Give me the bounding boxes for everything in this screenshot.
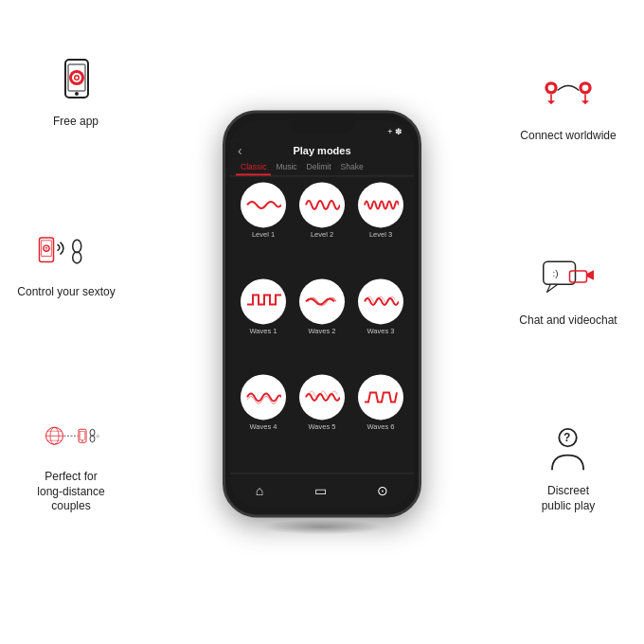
- grid-item-level3[interactable]: Level 3: [353, 182, 408, 275]
- svg-text:⊹: ⊹: [96, 432, 99, 438]
- svg-point-2: [75, 92, 79, 96]
- grid-item-waves4[interactable]: Waves 4: [236, 375, 291, 468]
- control-sextoy-icon: [38, 223, 95, 279]
- svg-point-24: [90, 435, 95, 441]
- chat-label: Chat and videochat: [519, 313, 617, 329]
- grid-item-waves5[interactable]: Waves 5: [295, 375, 349, 468]
- app-title: Play modes: [293, 145, 350, 156]
- long-distance-label: Perfect for long-distance couples: [37, 470, 104, 514]
- grid-item-waves3[interactable]: Waves 3: [353, 278, 408, 371]
- tab-delimit[interactable]: Delimit: [302, 160, 336, 175]
- svg-point-27: [548, 84, 555, 91]
- waves3-label: Waves 3: [367, 327, 395, 335]
- feature-control-sextoy: Control your sextoy: [9, 223, 123, 300]
- svg-rect-21: [80, 431, 85, 439]
- feature-discreet: ? Discreet public play: [507, 421, 630, 513]
- svg-text:?: ?: [564, 430, 570, 443]
- svg-point-22: [81, 440, 83, 442]
- profile-nav-icon[interactable]: ⊙: [377, 483, 388, 498]
- bottom-nav: ⌂ ▭ ⊙: [230, 473, 414, 507]
- status-bar: + ✽: [230, 120, 414, 143]
- tab-shake[interactable]: Shake: [336, 160, 368, 175]
- back-button[interactable]: ‹: [238, 143, 242, 158]
- waves1-label: Waves 1: [250, 327, 277, 335]
- connect-worldwide-icon: [540, 66, 597, 123]
- feature-chat: :) Chat and videochat: [507, 251, 630, 329]
- bluetooth-icon: + ✽: [387, 127, 402, 136]
- svg-point-31: [582, 84, 589, 91]
- svg-marker-29: [547, 100, 555, 104]
- waves6-label: Waves 6: [367, 423, 395, 432]
- long-distance-icon: ⊹: [43, 407, 99, 464]
- tab-classic[interactable]: Classic: [236, 160, 271, 175]
- tab-music[interactable]: Music: [271, 160, 301, 175]
- svg-point-23: [90, 429, 95, 436]
- chat-icon: :): [540, 251, 597, 308]
- feature-long-distance: ⊹ Perfect for long-distance couples: [5, 407, 137, 514]
- svg-point-11: [73, 240, 81, 253]
- grid-item-level1[interactable]: Level 1: [236, 182, 291, 275]
- tab-bar: Classic Music Delimit Shake: [230, 156, 414, 176]
- free-app-label: Free app: [53, 115, 98, 130]
- waves4-label: Waves 4: [250, 423, 277, 432]
- phone-screen: + ✽ ‹ Play modes Classic Music Delimit S…: [230, 120, 414, 507]
- svg-point-12: [73, 251, 81, 262]
- home-nav-icon[interactable]: ⌂: [256, 483, 263, 498]
- control-sextoy-label: Control your sextoy: [17, 285, 115, 300]
- grid-item-waves2[interactable]: Waves 2: [295, 278, 349, 371]
- app-header: ‹ Play modes: [230, 143, 414, 156]
- phone-shadow: [260, 519, 384, 534]
- discreet-icon: ?: [540, 421, 597, 478]
- svg-text::): :): [553, 268, 559, 278]
- discreet-label: Discreet public play: [542, 484, 596, 513]
- level2-label: Level 2: [311, 230, 333, 239]
- svg-rect-37: [570, 271, 587, 282]
- svg-marker-35: [547, 284, 558, 292]
- waves5-label: Waves 5: [309, 423, 336, 432]
- grid-item-waves6[interactable]: Waves 6: [353, 375, 408, 468]
- grid-item-waves1[interactable]: Waves 1: [236, 278, 291, 371]
- chat-nav-icon[interactable]: ▭: [314, 483, 327, 498]
- level3-label: Level 3: [369, 230, 392, 239]
- connect-worldwide-label: Connect worldwide: [520, 129, 616, 144]
- svg-marker-33: [581, 100, 589, 104]
- mode-grid: Level 1 Level 2: [230, 176, 414, 473]
- svg-point-10: [45, 247, 47, 249]
- phone-body: + ✽ ‹ Play modes Classic Music Delimit S…: [223, 110, 421, 517]
- svg-marker-38: [587, 270, 595, 280]
- phone: + ✽ ‹ Play modes Classic Music Delimit S…: [223, 110, 421, 517]
- free-app-icon: [47, 52, 104, 109]
- grid-item-level2[interactable]: Level 2: [295, 182, 349, 275]
- feature-connect-worldwide: Connect worldwide: [507, 66, 630, 144]
- svg-point-5: [75, 76, 78, 79]
- waves2-label: Waves 2: [309, 327, 336, 335]
- feature-free-app: Free app: [19, 52, 133, 130]
- level1-label: Level 1: [252, 230, 275, 239]
